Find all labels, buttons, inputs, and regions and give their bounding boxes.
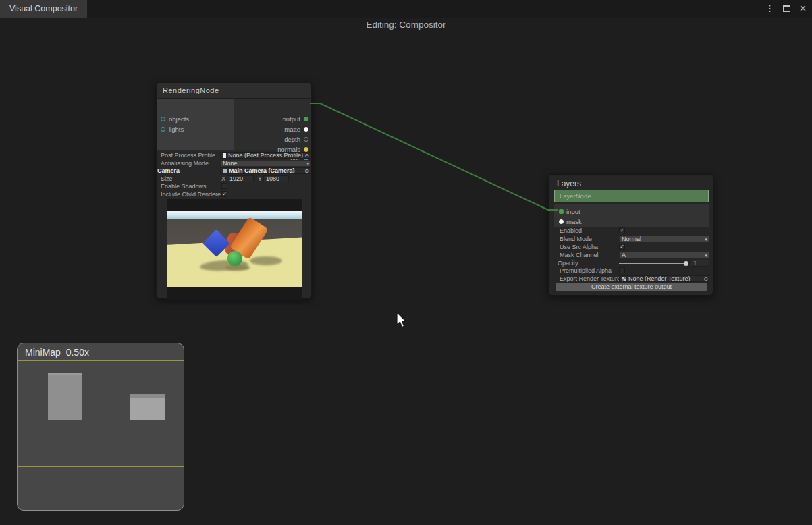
size-x-label: X [221, 175, 225, 182]
enabled-label: Enabled [560, 227, 582, 234]
minimap-viewport-top-edge [18, 360, 184, 361]
layer-node-ports: input mask [554, 204, 709, 227]
size-label: Size [161, 175, 173, 182]
premultiplied-alpha-checkbox[interactable] [619, 267, 625, 273]
post-process-profile-field[interactable]: None (Post Process Profile) ⊙ [220, 152, 310, 159]
maximize-icon[interactable] [783, 5, 790, 12]
opacity-value-field[interactable]: 1 [691, 260, 709, 267]
port-mask[interactable] [559, 219, 564, 224]
port-matte[interactable] [304, 127, 308, 132]
wire-output-to-input[interactable] [310, 103, 558, 210]
antialiasing-mode-label: Antialiasing Mode [161, 160, 209, 167]
layers-panel-title: Layers [557, 179, 581, 188]
port-input-label: input [566, 208, 580, 215]
enable-shadows-checkbox[interactable] [221, 183, 227, 189]
scene-sphere [227, 251, 242, 266]
post-process-profile-value: None (Post Process Profile) [228, 152, 303, 159]
minimap-layer-node-rect [130, 394, 165, 420]
scene-shadow [225, 265, 250, 271]
size-y-label: Y [258, 175, 262, 182]
input-ports-panel [157, 99, 234, 150]
port-output[interactable] [304, 117, 308, 121]
port-lights[interactable] [161, 127, 165, 132]
blend-mode-dropdown[interactable]: Normal ▾ [619, 236, 709, 242]
blend-mode-value: Normal [622, 236, 641, 242]
port-lights-label: lights [169, 126, 184, 133]
kebab-menu-icon[interactable]: ⋮ [765, 0, 774, 18]
layer-node-header[interactable]: LayerNode [554, 190, 709, 202]
blend-mode-label: Blend Mode [560, 236, 592, 242]
opacity-slider-track[interactable] [619, 263, 686, 264]
include-child-renderers-checkbox[interactable]: ✓ [221, 191, 227, 197]
rendering-node-ports: objects lights output matte depth normal… [157, 99, 311, 150]
opacity-slider-knob[interactable] [684, 261, 688, 266]
tab-visual-compositor[interactable]: Visual Compositor [0, 0, 87, 18]
rendering-node-title[interactable]: RenderingNode [157, 83, 311, 99]
mask-channel-value: A [622, 252, 626, 258]
object-picker-icon[interactable]: ⊙ [304, 153, 309, 159]
use-src-alpha-checkbox[interactable]: ✓ [619, 244, 625, 250]
chevron-down-icon: ▾ [306, 161, 309, 167]
post-process-profile-label: Post Process Profile [161, 152, 215, 159]
tab-title: Visual Compositor [9, 4, 78, 13]
preview-scene [167, 211, 302, 287]
export-render-texture-field[interactable]: None (Render Texture) ⊙ [619, 275, 709, 282]
opacity-label: Opacity [558, 260, 578, 267]
port-matte-label: matte [284, 126, 300, 133]
export-render-texture-value: None (Render Texture) [628, 275, 690, 282]
minimap-label: MiniMap [25, 347, 61, 358]
minimap-viewport-bottom-edge [18, 466, 184, 467]
size-y-input[interactable]: 1080 [263, 175, 289, 182]
layers-panel[interactable]: Layers LayerNode input mask Enabled ✓ Bl… [548, 174, 713, 296]
antialiasing-mode-value: None [223, 160, 238, 167]
enabled-checkbox[interactable]: ✓ [619, 227, 625, 233]
rendering-node[interactable]: RenderingNode objects lights output matt… [156, 82, 312, 299]
minimap-zoom-level: 0.50x [66, 347, 89, 358]
render-texture-icon [622, 277, 626, 281]
texture-picker-icon[interactable]: ⊙ [703, 276, 708, 282]
window-controls: ⋮ ✕ [765, 0, 807, 18]
camera-field[interactable]: Main Camera (Camera) ⊙ [220, 167, 310, 174]
port-objects[interactable] [161, 117, 165, 121]
mask-channel-label: Mask Channel [560, 252, 599, 258]
profile-doc-icon [223, 153, 226, 158]
include-child-renderers-label: Include Child Renderers [161, 191, 226, 198]
create-external-texture-output-button[interactable]: Create external texture output [556, 283, 707, 291]
window-titlebar: Visual Compositor ⋮ ✕ [0, 0, 812, 18]
camera-picker-icon[interactable]: ⊙ [304, 168, 309, 174]
editing-label: Editing: Compositor [0, 20, 812, 30]
camera-value: Main Camera (Camera) [229, 167, 295, 174]
size-x-input[interactable]: 1920 [227, 175, 254, 182]
camera-icon [223, 169, 227, 173]
premultiplied-alpha-label: Premultiplied Alpha [560, 267, 612, 274]
antialiasing-mode-dropdown[interactable]: None ▾ [220, 160, 311, 167]
port-mask-label: mask [566, 218, 582, 225]
port-depth[interactable] [304, 137, 308, 142]
port-input[interactable] [559, 209, 564, 214]
mouse-cursor [396, 312, 408, 329]
render-preview [167, 199, 302, 300]
chevron-down-icon: ▾ [705, 252, 707, 258]
port-normals[interactable] [304, 147, 308, 152]
minimap-title: MiniMap 0.50x [25, 347, 89, 358]
port-output-label: output [283, 115, 300, 123]
scene-sky [167, 211, 302, 219]
minimap-rendering-node-rect [48, 373, 82, 420]
chevron-down-icon: ▾ [705, 236, 707, 242]
scene-shadow [250, 256, 282, 265]
use-src-alpha-label: Use Src Alpha [560, 244, 598, 250]
minimap-panel[interactable]: MiniMap 0.50x [17, 343, 184, 511]
mask-channel-dropdown[interactable]: A ▾ [619, 252, 709, 258]
export-render-texture-label: Export Render Texture [560, 275, 620, 282]
camera-label: Camera [157, 167, 180, 174]
port-objects-label: objects [169, 115, 189, 123]
close-icon[interactable]: ✕ [799, 0, 807, 18]
port-depth-label: depth [284, 136, 300, 143]
enable-shadows-label: Enable Shadows [161, 183, 207, 190]
